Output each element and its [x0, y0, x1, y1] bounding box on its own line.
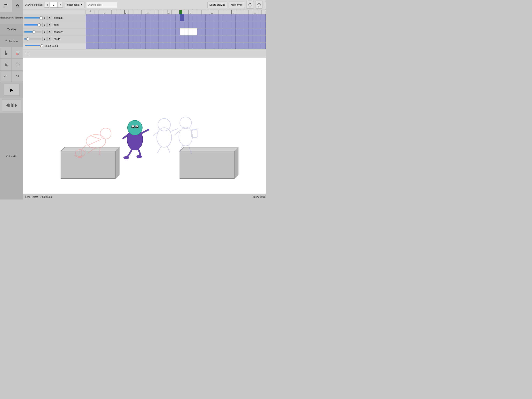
eraser-tool-button[interactable]: [12, 47, 23, 59]
cleanup-opacity-thumb[interactable]: [39, 16, 43, 19]
rough-down-button[interactable]: ▼: [48, 37, 52, 41]
zoom-rotation: Zoom: 100% Rotation: 0°: [253, 196, 266, 198]
cleanup-up-button[interactable]: ▲: [43, 16, 47, 20]
shadow-opacity-thumb[interactable]: [32, 30, 35, 33]
shadow-down-button[interactable]: ▼: [48, 30, 52, 34]
rough-up-button[interactable]: ▲: [43, 37, 47, 41]
color-opacity-thumb[interactable]: [38, 23, 41, 26]
add-drawing-button[interactable]: Add drawing: [12, 12, 23, 24]
timeline-footer: Frame: 23/66: [23, 50, 266, 57]
svg-rect-2: [5, 54, 6, 55]
redo-button[interactable]: ↪: [12, 70, 23, 82]
playhead-marker: [179, 10, 182, 14]
svg-point-7: [7, 65, 8, 66]
timing-mode-label: Independent: [66, 4, 79, 6]
svg-point-41: [123, 156, 129, 159]
background-row-controls: Background: [23, 45, 86, 47]
brush-icon: [3, 50, 9, 56]
svg-marker-9: [6, 103, 9, 107]
rough-opacity-thumb[interactable]: [26, 37, 29, 40]
modify-layers-button[interactable]: Modify layers: [0, 12, 12, 24]
fill-icon: [3, 62, 9, 67]
tools-grid: [0, 47, 23, 70]
platform-right: [180, 147, 238, 179]
timeline-row-rough: ▲ ▼ rough (function(){ const c = documen…: [23, 35, 266, 42]
cycle-icon-button-1[interactable]: [246, 1, 254, 9]
status-bar: jump - 24fps - 1920x1080 Zoom: 100% Rota…: [23, 194, 266, 200]
cleanup-opacity-slider[interactable]: [24, 17, 42, 19]
menu-button[interactable]: ☰: [0, 0, 12, 12]
scrub-button[interactable]: [2, 100, 21, 111]
color-up-button[interactable]: ▲: [43, 23, 47, 27]
svg-marker-10: [15, 103, 17, 107]
drawing-duration-label: Drawing duration:: [25, 4, 43, 6]
canvas-area: [23, 58, 266, 194]
svg-marker-6: [16, 51, 19, 53]
fill-tool-button[interactable]: [0, 59, 12, 70]
svg-point-25: [100, 128, 111, 139]
brush-tool-button[interactable]: [0, 47, 12, 59]
svg-marker-18: [61, 151, 115, 179]
shadow-opacity-slider[interactable]: [24, 31, 42, 32]
svg-point-42: [137, 155, 142, 158]
settings-icon: ⚙: [16, 4, 19, 8]
svg-point-50: [179, 127, 192, 146]
rough-opacity-slider[interactable]: [24, 38, 42, 39]
lasso-icon: [15, 62, 20, 67]
duration-control: < >: [45, 2, 63, 8]
main-character: [123, 120, 149, 159]
expand-icon: [25, 51, 30, 56]
delete-drawing-button[interactable]: Delete drawing: [207, 1, 227, 8]
timeline-row-shadow: ▲ ▼ shadow (function(){ const c = docume…: [23, 28, 266, 35]
duration-decrease-button[interactable]: <: [45, 2, 50, 8]
timeline-rows: ▲ ▼ cleanup (function(){ const c = docum…: [23, 14, 266, 50]
cycle-icon-button-2[interactable]: [255, 1, 263, 9]
background-row-label: Background: [43, 45, 85, 47]
svg-marker-22: [180, 147, 238, 151]
svg-point-38: [137, 126, 138, 127]
shadow-row-label: shadow: [53, 30, 85, 33]
timeline-row-cleanup: ▲ ▼ cleanup (function(){ const c = docum…: [23, 14, 266, 21]
svg-marker-20: [115, 147, 119, 179]
menu-icon: ☰: [4, 4, 8, 8]
timeline-row-background: Background (function(){ const c = docume…: [23, 42, 266, 49]
svg-point-44: [157, 128, 171, 147]
duration-value-input[interactable]: [50, 2, 58, 8]
tool-options-label: Tool options: [6, 40, 18, 43]
modify-layers-label: Modify layers: [0, 17, 12, 19]
shadow-row-controls: ▲ ▼ shadow: [23, 30, 86, 34]
make-cycle-button[interactable]: Make cycle: [229, 1, 245, 8]
color-opacity-slider[interactable]: [24, 24, 42, 26]
scrub-icon: [6, 103, 18, 108]
svg-point-37: [133, 126, 134, 127]
cleanup-row-label: cleanup: [53, 16, 85, 19]
undo-redo-grid: ↩ ↪: [0, 70, 23, 82]
shadow-up-button[interactable]: ▲: [43, 30, 47, 34]
delete-drawing-label: Delete drawing: [209, 4, 225, 6]
make-cycle-label: Make cycle: [231, 4, 243, 6]
add-drawing-label: Add drawing: [12, 17, 23, 19]
cleanup-down-button[interactable]: ▼: [48, 16, 52, 20]
duration-increase-button[interactable]: >: [58, 2, 63, 8]
timing-mode-button[interactable]: Independent ▼: [64, 1, 85, 8]
timeline-row-color: ▲ ▼ color (function(){ const c = documen…: [23, 21, 266, 28]
timing-mode-chevron: ▼: [80, 4, 82, 6]
play-button[interactable]: ▶: [4, 84, 19, 96]
expand-timeline-button[interactable]: [25, 51, 30, 56]
rough-row-controls: ▲ ▼ rough: [23, 37, 86, 41]
lasso-tool-button[interactable]: [12, 59, 23, 70]
project-info: jump - 24fps - 1920x1080: [25, 196, 52, 198]
onion-skin-label: Onion skin: [6, 155, 17, 158]
drawing-label-input[interactable]: [86, 2, 117, 8]
settings-button[interactable]: ⚙: [12, 0, 23, 12]
background-opacity-slider[interactable]: [25, 45, 43, 46]
undo-button[interactable]: ↩: [0, 70, 12, 82]
play-icon: ▶: [10, 87, 13, 93]
edit-multiple-button[interactable]: Edit multiple: [264, 1, 266, 8]
svg-line-27: [88, 140, 101, 145]
background-opacity-thumb[interactable]: [40, 44, 43, 47]
svg-point-8: [16, 63, 19, 66]
svg-point-43: [158, 118, 170, 131]
color-down-button[interactable]: ▼: [48, 23, 52, 27]
svg-marker-19: [61, 147, 119, 151]
